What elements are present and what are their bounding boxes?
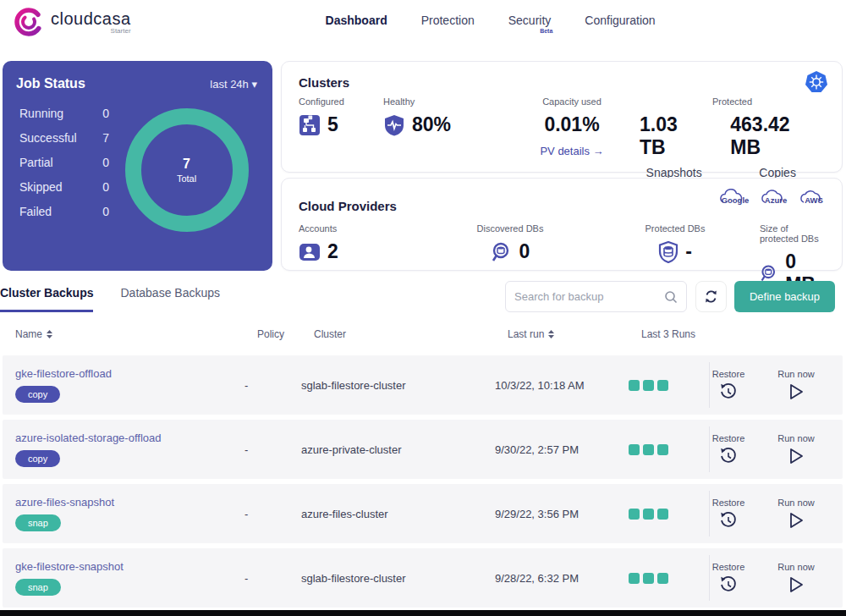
- run-status-square[interactable]: [643, 444, 654, 455]
- run-status-square[interactable]: [629, 380, 640, 391]
- db-shield-icon: [658, 241, 678, 263]
- run-now-button[interactable]: Run now: [762, 369, 830, 401]
- cluster-cell: sglab-filestore-cluster: [301, 379, 495, 392]
- cloud-providers-card: Cloud Providers Google Azure AWS Account…: [281, 178, 843, 271]
- play-icon: [788, 511, 805, 530]
- tab-cluster-backups[interactable]: Cluster Backups: [0, 286, 93, 312]
- tab-database-backups[interactable]: Database Backups: [120, 286, 220, 312]
- column-name[interactable]: Name: [15, 328, 257, 340]
- backup-name-link[interactable]: azure-isolated-storage-offload: [15, 432, 161, 444]
- actions-divider: [709, 362, 710, 408]
- clusters-card: Clusters Configured: [281, 61, 843, 173]
- last-run-cell: 9/30/22, 2:57 PM: [495, 443, 629, 456]
- azure-cloud-icon: Azure: [761, 189, 791, 209]
- define-backup-button[interactable]: Define backup: [734, 281, 835, 312]
- run-now-button[interactable]: Run now: [762, 498, 830, 530]
- cluster-cell: azure-private-cluster: [301, 443, 495, 456]
- sort-icon: [47, 330, 52, 338]
- run-status-square[interactable]: [629, 444, 640, 455]
- cluster-icon: [299, 114, 321, 136]
- actions-divider: [709, 426, 710, 472]
- provider-logos: Google Azure AWS: [718, 189, 828, 209]
- backup-type-badge: snap: [15, 514, 61, 531]
- backup-name-link[interactable]: gke-filestore-offload: [15, 367, 112, 380]
- main-nav: Dashboard Protection Security Beta Confi…: [326, 7, 656, 27]
- beta-badge: Beta: [540, 28, 552, 34]
- backup-type-badge: copy: [15, 450, 60, 467]
- last-run-cell: 10/3/22, 10:18 AM: [495, 379, 629, 392]
- sort-icon: [548, 330, 554, 338]
- job-range-dropdown[interactable]: last 24h ▾: [210, 78, 257, 91]
- play-icon: [788, 382, 805, 401]
- top-header: cloudcasa Starter Dashboard Protection S…: [0, 0, 846, 49]
- kubernetes-icon[interactable]: [805, 70, 828, 97]
- nav-item-configuration[interactable]: Configuration: [585, 14, 655, 27]
- brand-logo[interactable]: cloudcasa Starter: [0, 7, 131, 37]
- play-icon: [788, 575, 805, 594]
- backup-name-link[interactable]: azure-files-snapshot: [15, 496, 114, 509]
- run-status-square[interactable]: [657, 509, 668, 520]
- run-now-button[interactable]: Run now: [762, 433, 830, 465]
- bottom-window-edge: [0, 610, 846, 616]
- nav-item-dashboard[interactable]: Dashboard: [326, 14, 387, 27]
- aws-cloud-icon: AWS: [799, 189, 828, 209]
- pv-details-link[interactable]: PV details →: [540, 145, 603, 157]
- nav-item-protection[interactable]: Protection: [421, 14, 475, 27]
- svg-text:Azure: Azure: [765, 195, 787, 205]
- run-status-square[interactable]: [629, 509, 640, 520]
- search-icon: [664, 290, 678, 304]
- job-status-row: Successful 7: [19, 131, 116, 145]
- restore-button[interactable]: Restore: [695, 433, 762, 465]
- nav-item-security[interactable]: Security Beta: [508, 14, 552, 27]
- table-row: azure-isolated-storage-offload copy - az…: [3, 420, 843, 479]
- policy-cell: -: [244, 379, 301, 392]
- last-3-runs-indicator[interactable]: [629, 380, 695, 391]
- backup-tabs: Cluster Backups Database Backups: [0, 286, 220, 312]
- clusters-title: Clusters: [299, 75, 825, 90]
- restore-button[interactable]: Restore: [695, 498, 762, 530]
- metric-capacity: Capacity used 0.01% PV details →: [504, 96, 640, 179]
- backup-table: gke-filestore-offload copy - sglab-files…: [3, 355, 843, 613]
- run-status-square[interactable]: [643, 509, 654, 520]
- column-last-3-runs: Last 3 Runs: [641, 328, 707, 340]
- table-row: gke-filestore-offload copy - sglab-files…: [3, 355, 843, 415]
- run-status-square[interactable]: [643, 573, 654, 584]
- policy-cell: -: [244, 508, 301, 520]
- play-icon: [788, 447, 805, 465]
- metric-protected: Protected 1.03 TB Snapshots 463.42 MB Co…: [640, 96, 825, 179]
- table-row: gke-filestore-snapshot snap - sglab-file…: [3, 548, 843, 608]
- donut-total: 7: [183, 157, 190, 172]
- job-status-donut-chart: 7 Total: [125, 108, 249, 232]
- run-status-square[interactable]: [657, 573, 668, 584]
- last-3-runs-indicator[interactable]: [629, 509, 695, 520]
- svg-text:Google: Google: [722, 195, 750, 205]
- last-run-cell: 9/29/22, 3:56 PM: [495, 508, 629, 520]
- actions-divider: [709, 491, 710, 536]
- run-now-button[interactable]: Run now: [762, 562, 830, 594]
- run-status-square[interactable]: [643, 380, 654, 391]
- last-3-runs-indicator[interactable]: [629, 444, 695, 455]
- backup-name-link[interactable]: gke-filestore-snapshot: [15, 560, 124, 573]
- donut-total-label: Total: [177, 173, 196, 184]
- run-status-square[interactable]: [657, 380, 668, 391]
- run-status-square[interactable]: [629, 573, 640, 584]
- column-last-run[interactable]: Last run: [508, 328, 641, 340]
- search-input[interactable]: [514, 290, 664, 303]
- restore-button[interactable]: Restore: [695, 369, 762, 401]
- refresh-button[interactable]: [695, 281, 727, 312]
- restore-history-icon: [719, 447, 738, 465]
- restore-button[interactable]: Restore: [695, 562, 762, 594]
- backup-type-badge: copy: [15, 386, 60, 403]
- table-header: Name Policy Cluster Last run Last 3 Runs: [15, 328, 843, 340]
- run-status-square[interactable]: [657, 444, 668, 455]
- cloud-account-icon: [299, 241, 321, 263]
- restore-history-icon: [719, 382, 738, 401]
- policy-cell: -: [244, 443, 301, 456]
- last-3-runs-indicator[interactable]: [629, 573, 695, 584]
- svg-text:AWS: AWS: [805, 195, 823, 205]
- backup-search[interactable]: [505, 281, 687, 312]
- metric-healthy: Healthy 80%: [383, 96, 504, 179]
- metric-configured: Configured 5: [299, 96, 383, 179]
- job-status-row: Running 0: [19, 107, 116, 120]
- chevron-down-icon: ▾: [251, 78, 257, 91]
